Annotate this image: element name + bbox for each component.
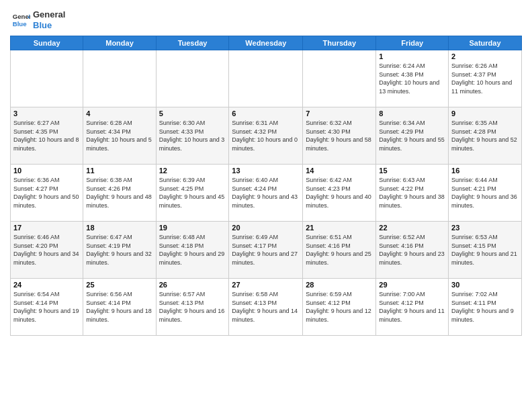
calendar-cell: 19Sunrise: 6:48 AM Sunset: 4:18 PM Dayli… <box>156 222 229 279</box>
day-info: Sunrise: 6:44 AM Sunset: 4:21 PM Dayligh… <box>451 176 519 210</box>
day-number: 10 <box>13 167 80 175</box>
calendar-cell: 22Sunrise: 6:52 AM Sunset: 4:16 PM Dayli… <box>376 222 449 279</box>
day-info: Sunrise: 6:26 AM Sunset: 4:37 PM Dayligh… <box>451 62 519 95</box>
day-info: Sunrise: 6:59 AM Sunset: 4:12 PM Dayligh… <box>306 290 373 324</box>
calendar-cell: 12Sunrise: 6:39 AM Sunset: 4:25 PM Dayli… <box>156 165 229 222</box>
day-info: Sunrise: 6:28 AM Sunset: 4:34 PM Dayligh… <box>86 119 152 152</box>
day-info: Sunrise: 6:47 AM Sunset: 4:19 PM Dayligh… <box>86 233 152 267</box>
svg-text:Blue: Blue <box>13 19 27 27</box>
page: General Blue General Blue SundayMondayTu… <box>0 0 532 411</box>
calendar-cell: 5Sunrise: 6:30 AM Sunset: 4:33 PM Daylig… <box>156 107 229 165</box>
logo: General Blue General Blue <box>10 9 65 30</box>
logo-icon: General Blue <box>11 11 30 30</box>
day-info: Sunrise: 6:53 AM Sunset: 4:15 PM Dayligh… <box>451 233 519 267</box>
calendar-cell: 1Sunrise: 6:24 AM Sunset: 4:38 PM Daylig… <box>376 50 449 107</box>
day-number: 12 <box>159 167 226 175</box>
weekday-header: Tuesday <box>156 36 229 50</box>
day-info: Sunrise: 6:36 AM Sunset: 4:27 PM Dayligh… <box>13 176 80 210</box>
calendar-week-row: 17Sunrise: 6:46 AM Sunset: 4:20 PM Dayli… <box>11 222 522 279</box>
day-number: 21 <box>306 224 373 232</box>
calendar-cell: 25Sunrise: 6:56 AM Sunset: 4:14 PM Dayli… <box>83 279 156 336</box>
calendar-cell: 10Sunrise: 6:36 AM Sunset: 4:27 PM Dayli… <box>11 165 83 222</box>
day-number: 29 <box>379 281 445 289</box>
day-number: 9 <box>451 109 519 118</box>
day-number: 11 <box>86 167 152 175</box>
weekday-header: Sunday <box>11 36 83 50</box>
day-number: 19 <box>159 224 226 232</box>
calendar-week-row: 3Sunrise: 6:27 AM Sunset: 4:35 PM Daylig… <box>11 107 522 165</box>
day-number: 2 <box>451 52 519 60</box>
calendar-cell: 16Sunrise: 6:44 AM Sunset: 4:21 PM Dayli… <box>449 165 522 222</box>
calendar-cell: 14Sunrise: 6:42 AM Sunset: 4:23 PM Dayli… <box>303 165 376 222</box>
calendar-table: SundayMondayTuesdayWednesdayThursdayFrid… <box>10 36 522 336</box>
day-info: Sunrise: 6:57 AM Sunset: 4:13 PM Dayligh… <box>159 290 226 324</box>
calendar-cell: 6Sunrise: 6:31 AM Sunset: 4:32 PM Daylig… <box>229 107 303 165</box>
calendar-cell: 28Sunrise: 6:59 AM Sunset: 4:12 PM Dayli… <box>303 279 376 336</box>
calendar-cell: 20Sunrise: 6:49 AM Sunset: 4:17 PM Dayli… <box>229 222 303 279</box>
day-number: 16 <box>451 167 519 175</box>
weekday-header: Saturday <box>449 36 522 50</box>
calendar-cell: 3Sunrise: 6:27 AM Sunset: 4:35 PM Daylig… <box>11 107 83 165</box>
day-info: Sunrise: 6:38 AM Sunset: 4:26 PM Dayligh… <box>86 176 152 210</box>
day-number: 26 <box>159 281 226 289</box>
calendar-cell: 11Sunrise: 6:38 AM Sunset: 4:26 PM Dayli… <box>83 165 156 222</box>
calendar-cell <box>303 50 376 107</box>
header: General Blue General Blue <box>10 7 522 30</box>
day-number: 24 <box>13 281 80 289</box>
day-number: 1 <box>379 52 445 60</box>
calendar-cell: 27Sunrise: 6:58 AM Sunset: 4:13 PM Dayli… <box>229 279 303 336</box>
day-number: 28 <box>306 281 373 289</box>
weekday-header: Wednesday <box>229 36 303 50</box>
day-number: 3 <box>13 109 80 118</box>
calendar-body: 1Sunrise: 6:24 AM Sunset: 4:38 PM Daylig… <box>11 50 522 336</box>
day-info: Sunrise: 6:40 AM Sunset: 4:24 PM Dayligh… <box>232 176 300 210</box>
day-number: 23 <box>451 224 519 232</box>
weekday-header: Friday <box>376 36 449 50</box>
calendar-cell: 9Sunrise: 6:35 AM Sunset: 4:28 PM Daylig… <box>449 107 522 165</box>
day-number: 20 <box>232 224 300 232</box>
day-number: 13 <box>232 167 300 175</box>
day-number: 6 <box>232 109 300 118</box>
calendar-header: SundayMondayTuesdayWednesdayThursdayFrid… <box>11 36 522 50</box>
calendar-week-row: 24Sunrise: 6:54 AM Sunset: 4:14 PM Dayli… <box>11 279 522 336</box>
day-info: Sunrise: 6:42 AM Sunset: 4:23 PM Dayligh… <box>306 176 373 210</box>
day-info: Sunrise: 6:54 AM Sunset: 4:14 PM Dayligh… <box>13 290 80 324</box>
svg-text:General: General <box>13 13 30 20</box>
day-number: 5 <box>159 109 226 118</box>
calendar-cell: 7Sunrise: 6:32 AM Sunset: 4:30 PM Daylig… <box>303 107 376 165</box>
weekday-header: Monday <box>83 36 156 50</box>
day-info: Sunrise: 7:00 AM Sunset: 4:12 PM Dayligh… <box>379 290 445 324</box>
calendar-week-row: 10Sunrise: 6:36 AM Sunset: 4:27 PM Dayli… <box>11 165 522 222</box>
day-info: Sunrise: 6:30 AM Sunset: 4:33 PM Dayligh… <box>159 119 226 152</box>
day-number: 18 <box>86 224 152 232</box>
day-info: Sunrise: 6:43 AM Sunset: 4:22 PM Dayligh… <box>379 176 445 210</box>
day-number: 27 <box>232 281 300 289</box>
calendar-cell: 29Sunrise: 7:00 AM Sunset: 4:12 PM Dayli… <box>376 279 449 336</box>
day-number: 14 <box>306 167 373 175</box>
weekday-header: Thursday <box>303 36 376 50</box>
day-info: Sunrise: 6:34 AM Sunset: 4:29 PM Dayligh… <box>379 119 445 152</box>
calendar-header-row: SundayMondayTuesdayWednesdayThursdayFrid… <box>11 36 522 50</box>
calendar-cell: 23Sunrise: 6:53 AM Sunset: 4:15 PM Dayli… <box>449 222 522 279</box>
day-info: Sunrise: 6:46 AM Sunset: 4:20 PM Dayligh… <box>13 233 80 267</box>
day-info: Sunrise: 6:39 AM Sunset: 4:25 PM Dayligh… <box>159 176 226 210</box>
calendar-cell <box>229 50 303 107</box>
day-info: Sunrise: 6:51 AM Sunset: 4:16 PM Dayligh… <box>306 233 373 267</box>
day-info: Sunrise: 7:02 AM Sunset: 4:11 PM Dayligh… <box>451 290 519 324</box>
day-number: 30 <box>451 281 519 289</box>
calendar-cell: 8Sunrise: 6:34 AM Sunset: 4:29 PM Daylig… <box>376 107 449 165</box>
day-number: 8 <box>379 109 445 118</box>
calendar-cell: 24Sunrise: 6:54 AM Sunset: 4:14 PM Dayli… <box>11 279 83 336</box>
calendar-cell <box>156 50 229 107</box>
day-number: 7 <box>306 109 373 118</box>
calendar-cell: 30Sunrise: 7:02 AM Sunset: 4:11 PM Dayli… <box>449 279 522 336</box>
day-info: Sunrise: 6:56 AM Sunset: 4:14 PM Dayligh… <box>86 290 152 324</box>
calendar-cell: 26Sunrise: 6:57 AM Sunset: 4:13 PM Dayli… <box>156 279 229 336</box>
calendar-cell: 17Sunrise: 6:46 AM Sunset: 4:20 PM Dayli… <box>11 222 83 279</box>
calendar-cell: 2Sunrise: 6:26 AM Sunset: 4:37 PM Daylig… <box>449 50 522 107</box>
calendar-cell: 18Sunrise: 6:47 AM Sunset: 4:19 PM Dayli… <box>83 222 156 279</box>
calendar-cell: 21Sunrise: 6:51 AM Sunset: 4:16 PM Dayli… <box>303 222 376 279</box>
day-info: Sunrise: 6:52 AM Sunset: 4:16 PM Dayligh… <box>379 233 445 267</box>
day-number: 4 <box>86 109 152 118</box>
day-number: 22 <box>379 224 445 232</box>
